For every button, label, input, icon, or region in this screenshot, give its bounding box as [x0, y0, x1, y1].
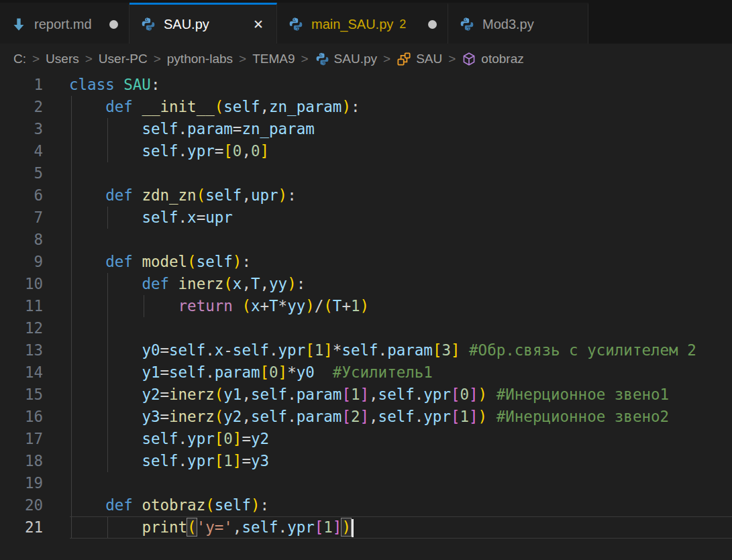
code-line[interactable]: 8 [0, 229, 732, 251]
code-editor[interactable]: 1class SAU:2 def __init__(self,zn_param)… [0, 74, 732, 560]
indent-guide [71, 207, 72, 229]
code-line[interactable]: 16 y3=inerz(y2,self.param[2],self.ypr[1]… [0, 406, 732, 428]
tab-label: SAU.py [164, 17, 209, 32]
breadcrumb-label: Users [46, 52, 79, 66]
code-line[interactable]: 2 def __init__(self,zn_param): [0, 96, 732, 118]
line-content: def model(self): [43, 251, 732, 273]
line-number[interactable]: 3 [0, 118, 43, 140]
line-content [43, 317, 732, 339]
indent-guide [107, 384, 108, 406]
line-number[interactable]: 4 [0, 140, 43, 162]
indent-guide [107, 361, 108, 384]
line-content: y0=self.x-self.ypr[1]*self.param[3] #Обр… [43, 339, 732, 361]
code-line[interactable]: 14 y1=self.param[0]*y0 #Усилитель1 [0, 361, 732, 384]
indent-guide [107, 118, 108, 140]
line-number[interactable]: 17 [0, 428, 43, 450]
breadcrumb-item-SAU.py[interactable]: SAU.py [315, 51, 377, 66]
breadcrumb-item-SAU[interactable]: SAU [397, 51, 442, 66]
indent-guide [71, 494, 72, 516]
python-icon [140, 16, 156, 32]
line-number[interactable]: 21 [0, 516, 43, 539]
tab-SAU.py[interactable]: SAU.py✕ [129, 3, 277, 44]
breadcrumb: C:>Users>User-PC>python-labs>TEMA9>SAU.p… [0, 44, 732, 74]
line-number[interactable]: 8 [0, 229, 43, 251]
line-content: def otobraz(self): [43, 494, 732, 516]
code-line[interactable]: 10 def inerz(x,T,yy): [0, 273, 732, 295]
indent-guide [107, 207, 108, 229]
chevron-right-icon: > [85, 52, 93, 66]
code-line[interactable]: 19 [0, 472, 732, 494]
indent-guide [107, 295, 108, 317]
breadcrumb-item-TEMA9[interactable]: TEMA9 [252, 52, 295, 66]
breadcrumb-label: SAU.py [334, 52, 377, 66]
code-line[interactable]: 1class SAU: [0, 74, 732, 96]
line-number[interactable]: 9 [0, 251, 43, 273]
line-content: def zdn_zn(self,upr): [43, 184, 732, 207]
code-line[interactable]: 12 [0, 317, 732, 339]
indent-guide [71, 450, 72, 472]
line-content: self.ypr[0]=y2 [43, 428, 732, 450]
method-icon [462, 51, 477, 66]
line-number[interactable]: 18 [0, 450, 43, 472]
tab-main_SAU.py[interactable]: main_SAU.py2 [277, 3, 448, 44]
indent-guide [71, 516, 72, 539]
line-number[interactable]: 7 [0, 207, 43, 229]
code-line[interactable]: 7 self.x=upr [0, 207, 732, 229]
line-number[interactable]: 10 [0, 273, 43, 295]
indent-guide [144, 295, 144, 317]
line-content [43, 472, 732, 494]
code-line[interactable]: 20 def otobraz(self): [0, 494, 732, 516]
line-number[interactable]: 13 [0, 339, 43, 361]
line-number[interactable]: 6 [0, 184, 43, 207]
chevron-right-icon: > [32, 52, 40, 66]
line-number[interactable]: 15 [0, 384, 43, 406]
code-line[interactable]: 5 [0, 162, 732, 184]
line-content: y2=inerz(y1,self.param[1],self.ypr[0]) #… [43, 384, 732, 406]
breadcrumb-item-python-labs[interactable]: python-labs [167, 52, 233, 66]
line-content: y3=inerz(y2,self.param[2],self.ypr[1]) #… [43, 406, 732, 428]
modified-dot[interactable] [428, 20, 437, 29]
code-line[interactable]: 9 def model(self): [0, 251, 732, 273]
indent-guide [107, 406, 108, 428]
indent-guide [107, 339, 108, 361]
line-content: class SAU: [43, 74, 732, 96]
code-line[interactable]: 11 return (x+T*yy)/(T+1) [0, 295, 732, 317]
markdown-icon [11, 16, 27, 32]
tab-report.md[interactable]: report.md [0, 3, 129, 44]
line-number[interactable]: 11 [0, 295, 43, 317]
line-number[interactable]: 16 [0, 406, 43, 428]
breadcrumb-label: TEMA9 [252, 52, 295, 66]
line-number[interactable]: 5 [0, 162, 43, 184]
code-line[interactable]: 17 self.ypr[0]=y2 [0, 428, 732, 450]
code-line[interactable]: 4 self.ypr=[0,0] [0, 140, 732, 162]
breadcrumb-item-Users[interactable]: Users [46, 52, 79, 66]
code-line[interactable]: 13 y0=self.x-self.ypr[1]*self.param[3] #… [0, 339, 732, 361]
line-number[interactable]: 20 [0, 494, 43, 516]
line-number[interactable]: 1 [0, 74, 43, 96]
tab-bar: report.mdSAU.py✕main_SAU.py2Mod3.py [0, 0, 732, 44]
tab-Mod3.py[interactable]: Mod3.py [448, 3, 588, 44]
line-number[interactable]: 14 [0, 361, 43, 384]
python-icon [459, 16, 475, 32]
code-line[interactable]: 6 def zdn_zn(self,upr): [0, 184, 732, 207]
python-icon [315, 51, 330, 66]
code-line[interactable]: 3 self.param=zn_param [0, 118, 732, 140]
line-content: print('y=',self.ypr[1]) [43, 516, 732, 539]
line-number[interactable]: 2 [0, 96, 43, 118]
line-number[interactable]: 19 [0, 472, 43, 494]
modified-dot[interactable] [109, 20, 118, 29]
text-cursor [352, 519, 354, 537]
code-line[interactable]: 15 y2=inerz(y1,self.param[1],self.ypr[0]… [0, 384, 732, 406]
breadcrumb-item-otobraz[interactable]: otobraz [462, 51, 523, 66]
line-number[interactable]: 12 [0, 317, 43, 339]
close-icon[interactable]: ✕ [251, 17, 266, 32]
code-line[interactable]: 18 self.ypr[1]=y3 [0, 450, 732, 472]
indent-guide [71, 361, 72, 384]
line-content: self.x=upr [43, 207, 732, 229]
breadcrumb-item-User-PC[interactable]: User-PC [99, 52, 148, 66]
line-content [43, 162, 732, 184]
breadcrumb-item-C:[interactable]: C: [13, 52, 26, 66]
indent-guide [71, 229, 72, 251]
line-content: def __init__(self,zn_param): [43, 96, 732, 118]
code-line[interactable]: 21 print('y=',self.ypr[1]) [0, 516, 732, 539]
